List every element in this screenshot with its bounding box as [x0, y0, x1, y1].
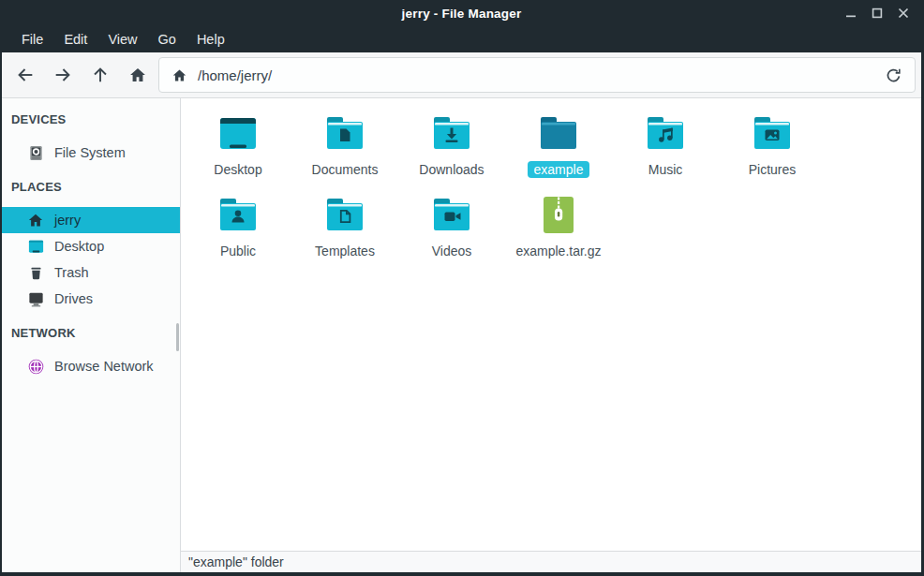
- sidebar-item-jerry[interactable]: jerry: [2, 207, 180, 233]
- file-item-desktop[interactable]: Desktop: [185, 111, 291, 192]
- location-bar[interactable]: /home/jerry/: [158, 57, 916, 93]
- sidebar-item-label: Trash: [54, 265, 89, 280]
- sidebar-header-devices: DEVICES: [2, 111, 180, 128]
- file-label: example: [528, 161, 590, 178]
- file-label: Templates: [308, 243, 381, 259]
- desktop-icon: [26, 237, 45, 256]
- folder-public-icon: [216, 192, 261, 237]
- trash-icon: [26, 263, 45, 282]
- maximize-icon: [872, 7, 883, 19]
- sidebar-item-desktop[interactable]: Desktop: [2, 233, 180, 259]
- close-icon: [898, 7, 909, 19]
- file-label: Pictures: [742, 161, 803, 178]
- window-title: jerry - File Manager: [402, 7, 522, 21]
- sidebar-item-label: Browse Network: [54, 359, 154, 374]
- back-button[interactable]: [7, 57, 44, 93]
- file-item-documents[interactable]: Documents: [291, 111, 398, 192]
- file-label: Downloads: [412, 161, 490, 178]
- file-label: Videos: [425, 243, 479, 259]
- folder-music-icon: [643, 111, 688, 155]
- status-text: "example" folder: [188, 554, 284, 569]
- folder-selected-icon: [536, 111, 581, 155]
- drives-icon: [26, 289, 45, 308]
- sidebar-section-network: NETWORK Browse Network: [2, 312, 180, 379]
- menubar: File Edit View Go Help: [2, 26, 921, 52]
- folder-videos-icon: [429, 192, 474, 237]
- sidebar-item-trash[interactable]: Trash: [2, 259, 180, 286]
- file-grid: Desktop Documents Downloads: [181, 98, 921, 551]
- forward-button[interactable]: [44, 57, 82, 93]
- path-home-icon: [171, 67, 187, 83]
- file-manager-window: jerry - File Manager File Edit View Go H…: [0, 0, 924, 576]
- folder-downloads-icon: [429, 111, 474, 155]
- maximize-button[interactable]: [869, 5, 886, 22]
- file-item-downloads[interactable]: Downloads: [398, 111, 505, 192]
- sidebar-item-label: Desktop: [54, 239, 104, 254]
- file-label: Public: [214, 243, 262, 259]
- menu-go[interactable]: Go: [148, 29, 186, 50]
- window-controls: [842, 0, 912, 26]
- sidebar-item-label: File System: [54, 145, 126, 160]
- back-icon: [15, 65, 36, 85]
- file-item-videos[interactable]: Videos: [398, 192, 505, 273]
- folder-pictures-icon: [750, 111, 795, 155]
- file-item-pictures[interactable]: Pictures: [719, 111, 826, 192]
- menu-edit[interactable]: Edit: [53, 29, 97, 50]
- file-item-music[interactable]: Music: [612, 111, 719, 192]
- folder-templates-icon: [322, 192, 367, 237]
- sidebar-header-places: PLACES: [2, 179, 180, 196]
- file-label: example.tar.gz: [509, 243, 607, 259]
- up-icon: [90, 65, 111, 85]
- file-label: Music: [642, 161, 690, 178]
- sidebar-section-places: PLACES jerry Desktop: [2, 166, 180, 312]
- sidebar-section-devices: DEVICES File System: [2, 98, 180, 166]
- path-text[interactable]: /home/jerry/: [198, 67, 879, 83]
- sidebar-scrollbar-thumb[interactable]: [176, 323, 179, 351]
- main-panel: Desktop Documents Downloads: [181, 98, 921, 572]
- forward-icon: [52, 65, 73, 85]
- folder-documents-icon: [322, 111, 367, 155]
- sidebar-item-file-system[interactable]: File System: [2, 140, 180, 166]
- menu-help[interactable]: Help: [186, 29, 235, 50]
- refresh-button[interactable]: [879, 61, 907, 89]
- sidebar-item-label: jerry: [54, 213, 81, 228]
- sidebar-item-label: Drives: [54, 291, 93, 306]
- home-icon: [128, 66, 147, 84]
- sidebar-header-network: NETWORK: [2, 325, 180, 342]
- minimize-icon: [845, 7, 857, 19]
- toolbar: /home/jerry/: [2, 52, 921, 98]
- window-body: DEVICES File System PLACES jerry: [2, 98, 921, 572]
- archive-targz-icon: [536, 192, 581, 237]
- sidebar-item-browse-network[interactable]: Browse Network: [2, 353, 180, 379]
- file-label: Desktop: [207, 161, 268, 178]
- file-item-public[interactable]: Public: [185, 192, 291, 273]
- file-item-templates[interactable]: Templates: [291, 192, 398, 273]
- home-icon: [26, 211, 45, 229]
- sidebar-item-drives[interactable]: Drives: [2, 286, 180, 312]
- up-button[interactable]: [82, 57, 119, 93]
- drive-harddisk-icon: [26, 143, 45, 162]
- home-button[interactable]: [119, 57, 156, 93]
- window-content: /home/jerry/ DEVICES File System: [2, 52, 921, 572]
- network-globe-icon: [26, 357, 45, 376]
- titlebar: jerry - File Manager: [2, 0, 921, 26]
- desktop-display-icon: [216, 111, 261, 155]
- refresh-icon: [885, 66, 902, 84]
- sidebar: DEVICES File System PLACES jerry: [2, 98, 181, 572]
- minimize-button[interactable]: [842, 5, 859, 22]
- menu-view[interactable]: View: [97, 29, 147, 50]
- statusbar: "example" folder: [181, 551, 921, 572]
- file-item-example-tar-gz[interactable]: example.tar.gz: [505, 192, 612, 273]
- close-button[interactable]: [895, 5, 912, 22]
- menu-file[interactable]: File: [11, 29, 53, 50]
- file-label: Documents: [306, 161, 385, 178]
- file-item-example[interactable]: example: [505, 111, 612, 192]
